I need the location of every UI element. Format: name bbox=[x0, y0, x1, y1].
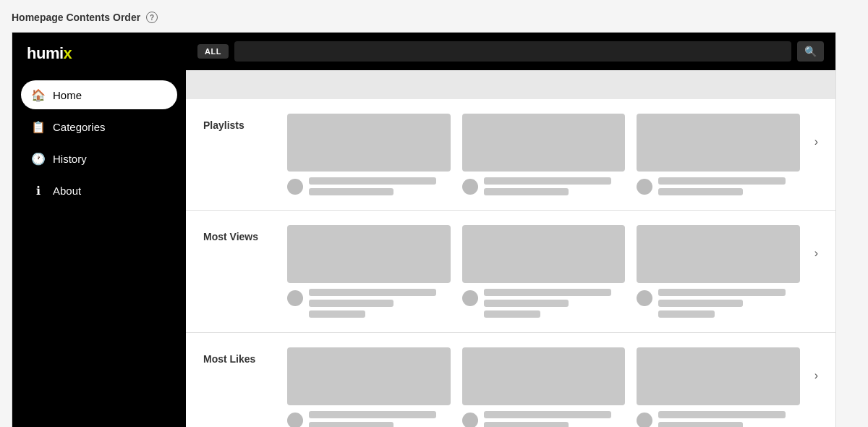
playlist-meta-2 bbox=[462, 177, 626, 195]
most-likes-chevron[interactable]: › bbox=[812, 347, 818, 382]
text-line bbox=[309, 310, 365, 318]
views-thumb-2 bbox=[462, 225, 626, 283]
playlist-card-1 bbox=[287, 114, 451, 195]
about-icon: ℹ bbox=[31, 183, 46, 198]
likes-avatar-1 bbox=[287, 413, 303, 427]
search-tag: ALL bbox=[197, 44, 229, 59]
playlist-text-3 bbox=[658, 177, 800, 195]
sidebar-item-history[interactable]: 🕐 History bbox=[21, 144, 177, 173]
likes-meta-2 bbox=[462, 411, 626, 427]
likes-meta-3 bbox=[637, 411, 800, 427]
likes-card-1 bbox=[287, 347, 451, 427]
likes-avatar-3 bbox=[637, 413, 652, 427]
most-views-card-row bbox=[287, 225, 800, 318]
likes-text-2 bbox=[484, 411, 626, 427]
playlist-meta-3 bbox=[637, 177, 800, 195]
playlist-text-2 bbox=[484, 177, 626, 195]
text-line bbox=[309, 188, 393, 195]
sidebar-item-categories[interactable]: 📋 Categories bbox=[21, 112, 177, 141]
main-content: ALL 🔍 Playlists bbox=[186, 33, 835, 427]
sidebar-item-about[interactable]: ℹ About bbox=[21, 176, 177, 205]
sidebar-item-home[interactable]: 🏠 Home bbox=[21, 80, 177, 109]
views-thumb-3 bbox=[637, 225, 800, 283]
categories-icon: 📋 bbox=[31, 119, 46, 134]
playlist-card-3 bbox=[637, 114, 800, 195]
playlist-avatar-1 bbox=[287, 179, 303, 195]
most-views-chevron[interactable]: › bbox=[812, 225, 818, 260]
views-meta-1 bbox=[287, 289, 451, 318]
likes-thumb-1 bbox=[287, 347, 451, 405]
text-line bbox=[658, 411, 786, 418]
views-card-3 bbox=[637, 225, 800, 318]
topbar: ALL 🔍 bbox=[186, 33, 835, 70]
text-line bbox=[309, 300, 393, 307]
likes-avatar-2 bbox=[462, 413, 478, 427]
playlist-thumb-2 bbox=[462, 114, 626, 172]
text-line bbox=[309, 177, 436, 185]
likes-text-3 bbox=[658, 411, 800, 427]
text-line bbox=[484, 188, 569, 195]
text-line bbox=[309, 422, 393, 427]
text-line bbox=[658, 188, 743, 195]
most-likes-section: Most Likes bbox=[186, 333, 835, 427]
text-line bbox=[484, 300, 569, 307]
history-icon: 🕐 bbox=[31, 151, 46, 166]
text-line bbox=[309, 411, 436, 418]
text-line bbox=[309, 289, 436, 296]
views-meta-2 bbox=[462, 289, 626, 318]
likes-card-2 bbox=[462, 347, 626, 427]
likes-meta-1 bbox=[287, 411, 451, 427]
text-line bbox=[658, 310, 715, 318]
views-card-1 bbox=[287, 225, 451, 318]
logo-text-hu: humi bbox=[27, 44, 64, 62]
playlists-chevron[interactable]: › bbox=[812, 114, 818, 148]
content-header-strip bbox=[186, 70, 835, 99]
views-avatar-2 bbox=[462, 290, 478, 306]
playlists-card-row bbox=[287, 114, 800, 195]
most-likes-label: Most Likes bbox=[203, 347, 276, 365]
sidebar-label-history: History bbox=[53, 153, 87, 165]
search-input[interactable] bbox=[234, 41, 791, 62]
page-header: Homepage Contents Order ? bbox=[12, 12, 856, 23]
views-avatar-3 bbox=[637, 290, 652, 306]
playlists-label: Playlists bbox=[203, 114, 276, 131]
sidebar-header: humix bbox=[12, 33, 186, 75]
likes-text-1 bbox=[309, 411, 451, 427]
text-line bbox=[484, 411, 611, 418]
sidebar-label-home: Home bbox=[53, 89, 82, 101]
most-likes-card-row bbox=[287, 347, 800, 427]
text-line bbox=[484, 177, 611, 185]
home-icon: 🏠 bbox=[31, 88, 46, 102]
most-views-label: Most Views bbox=[203, 225, 276, 242]
playlists-section: Playlists bbox=[186, 99, 835, 211]
views-text-3 bbox=[658, 289, 800, 318]
sidebar-label-categories: Categories bbox=[53, 121, 106, 133]
playlist-text-1 bbox=[309, 177, 451, 195]
views-thumb-1 bbox=[287, 225, 451, 283]
views-meta-3 bbox=[637, 289, 800, 318]
playlist-meta-1 bbox=[287, 177, 451, 195]
views-card-2 bbox=[462, 225, 626, 318]
text-line bbox=[658, 289, 786, 296]
playlists-cards: › bbox=[287, 114, 818, 195]
text-line bbox=[658, 422, 743, 427]
most-views-section: Most Views bbox=[186, 211, 835, 333]
playlist-thumb-1 bbox=[287, 114, 451, 172]
views-text-2 bbox=[484, 289, 626, 318]
search-button[interactable]: 🔍 bbox=[797, 41, 824, 62]
likes-thumb-2 bbox=[462, 347, 626, 405]
text-line bbox=[484, 289, 611, 296]
text-line bbox=[658, 177, 786, 185]
views-text-1 bbox=[309, 289, 451, 318]
help-icon[interactable]: ? bbox=[146, 12, 158, 23]
most-views-cards: › bbox=[287, 225, 818, 318]
playlist-thumb-3 bbox=[637, 114, 800, 172]
playlist-avatar-2 bbox=[462, 179, 478, 195]
most-likes-cards: › bbox=[287, 347, 818, 427]
sidebar-label-about: About bbox=[53, 185, 81, 197]
playlist-avatar-3 bbox=[637, 179, 652, 195]
text-line bbox=[658, 300, 743, 307]
app-container: humix 🏠 Home 📋 Categories 🕐 History ℹ Ab… bbox=[12, 32, 836, 427]
likes-thumb-3 bbox=[637, 347, 800, 405]
sidebar-nav: 🏠 Home 📋 Categories 🕐 History ℹ About bbox=[12, 75, 186, 211]
